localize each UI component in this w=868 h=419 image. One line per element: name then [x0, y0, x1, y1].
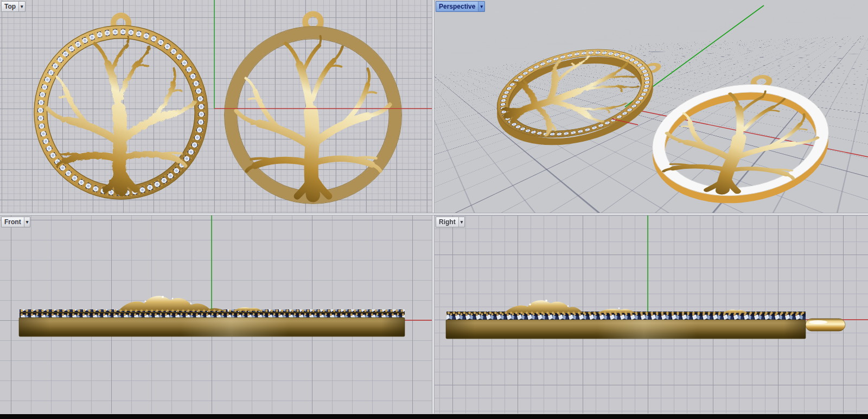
chevron-down-icon[interactable]: ▾ [24, 217, 30, 227]
viewport-perspective-canvas[interactable]: Perspective ▾ [435, 0, 868, 213]
top-view-scene [0, 0, 432, 213]
right-view-scene [435, 215, 868, 414]
viewport-tab-perspective[interactable]: Perspective ▾ [436, 1, 485, 12]
pendant-edge-view-right[interactable] [446, 300, 845, 339]
viewport-top-canvas[interactable]: Top ▾ [0, 0, 432, 213]
perspective-scene [435, 0, 868, 213]
viewport-right-canvas[interactable]: Right ▾ [435, 215, 868, 414]
chevron-down-icon[interactable]: ▾ [18, 2, 25, 11]
viewport-splitter-horizontal[interactable] [0, 213, 868, 215]
viewport-front-canvas[interactable]: Front ▾ [0, 215, 432, 414]
pendant-gem-set-perspective[interactable] [478, 29, 681, 157]
chevron-down-icon[interactable]: ▾ [458, 217, 465, 227]
front-view-scene [0, 215, 432, 414]
pendant-plain-perspective[interactable] [635, 72, 849, 204]
pendant-bail-side-view[interactable] [806, 319, 845, 331]
viewport-title: Right [436, 217, 458, 227]
viewport-tab-top[interactable]: Top ▾ [1, 1, 25, 12]
viewport-title: Perspective [436, 2, 478, 11]
viewport-tab-right[interactable]: Right ▾ [436, 217, 465, 227]
cad-window: Top ▾ Perspective ▾ [0, 0, 868, 419]
window-bottom-bar [0, 414, 868, 419]
viewport-title: Top [2, 2, 18, 11]
pendant-gem-set-top-view[interactable] [34, 15, 208, 199]
viewport-title: Front [2, 217, 24, 227]
chevron-down-icon[interactable]: ▾ [478, 2, 484, 11]
viewport-tab-front[interactable]: Front ▾ [1, 217, 30, 227]
viewport-splitter-vertical[interactable] [432, 0, 435, 414]
